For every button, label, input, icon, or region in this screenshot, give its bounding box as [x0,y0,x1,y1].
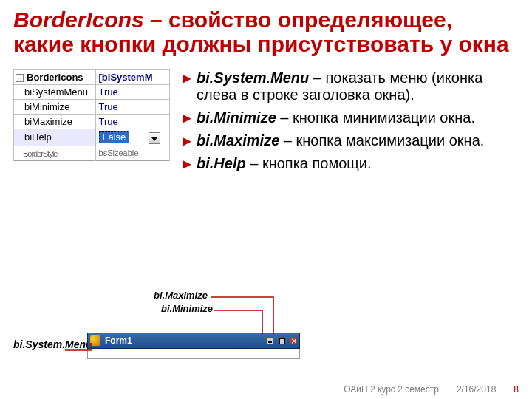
collapse-icon[interactable]: − [16,74,24,82]
inspector-row[interactable]: biMaximize True [14,115,170,129]
slide-title: BorderIcons – свойство определяющее, как… [13,7,519,56]
bullet-caret-icon: ▸ [183,109,197,126]
inspector-root-value: [biSystemM [95,70,169,85]
footer-page-number: 8 [514,384,519,395]
form-title: Form1 [105,335,266,346]
bullet-list: ▸ bi.System.Menu – показать меню (иконка… [183,69,519,178]
label-sysmenu: bi.System.Menu [13,338,92,350]
label-minimize: bi.Minimize [161,303,213,314]
form-titlebar: Form1 [87,332,300,349]
inspector-row-selected[interactable]: biHelp False [14,129,170,146]
form-icon[interactable] [90,335,100,346]
dropdown-icon[interactable] [149,132,160,144]
object-inspector: −BorderIcons [biSystemM biSystemMenu Tru… [13,69,170,161]
inspector-row[interactable]: biSystemMenu True [14,85,170,100]
bullet-item: ▸ bi.Minimize – кнопка минимизации окна. [183,109,519,126]
inspector-row-cutoff: BorderStyle bsSizeable [14,146,170,160]
bullet-item: ▸ bi.System.Menu – показать меню (иконка… [183,69,519,103]
title-term: BorderIcons [13,7,144,32]
slide-footer: ОАиП 2 курс 2 семестр 2/16/2018 8 [0,380,532,399]
label-maximize: bi.Maximize [154,290,208,301]
bullet-item: ▸ bi.Help – кнопка помощи. [183,155,519,172]
form-designer-grid [87,349,300,359]
footer-course: ОАиП 2 курс 2 семестр [344,384,439,395]
maximize-button[interactable] [278,337,285,344]
bullet-caret-icon: ▸ [183,155,197,172]
footer-date: 2/16/2018 [457,384,496,395]
minimize-button[interactable] [266,337,273,344]
inspector-row[interactable]: biMinimize True [14,100,170,115]
bullet-caret-icon: ▸ [183,69,197,103]
bullet-caret-icon: ▸ [183,132,197,149]
close-button[interactable] [290,337,297,344]
bullet-item: ▸ bi.Maximize – кнопка максимизации окна… [183,132,519,149]
inspector-value-selected[interactable]: False [99,131,130,143]
inspector-root[interactable]: −BorderIcons [14,70,96,85]
titlebar-diagram: bi.System.Menu bi.Maximize bi.Minimize F… [13,290,315,371]
